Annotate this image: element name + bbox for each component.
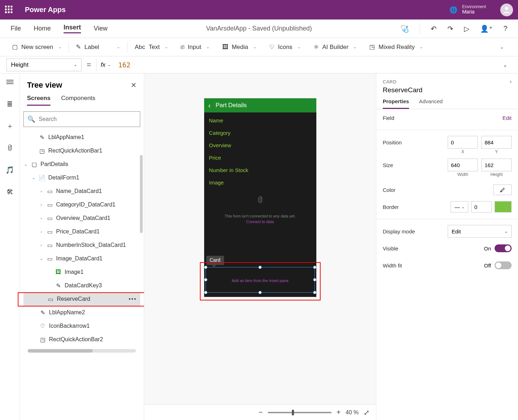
tree-panel: Tree view ✕ Screens Components 🔍 ✎LblApp… bbox=[20, 73, 144, 420]
close-icon[interactable]: ✕ bbox=[131, 81, 137, 89]
health-icon[interactable]: 🩺 bbox=[400, 24, 409, 33]
label-button[interactable]: ✎Label⌄ bbox=[70, 38, 127, 56]
tree-node[interactable]: ›▭Overview_DataCard1 bbox=[23, 211, 140, 225]
connect-data-link[interactable]: Connect to data bbox=[204, 220, 316, 224]
text-button[interactable]: AbcText⌄ bbox=[128, 38, 174, 56]
tree-node[interactable]: ›▭Price_DataCard1 bbox=[23, 225, 140, 238]
tree-node[interactable]: ⌄▭Image_DataCard1 bbox=[23, 252, 140, 265]
tree-node[interactable]: ›▭CategoryID_DataCard1 bbox=[23, 198, 140, 211]
back-icon[interactable]: ‹ bbox=[208, 101, 211, 110]
pos-y-input[interactable]: 884 bbox=[481, 136, 512, 149]
zoom-in-icon[interactable]: + bbox=[337, 408, 341, 416]
tree-node[interactable]: ✎DataCardKey3 bbox=[23, 279, 140, 292]
rail-hamburger-icon[interactable] bbox=[5, 77, 15, 87]
tree-node[interactable]: ⌄📄DetailForm1 bbox=[23, 171, 140, 184]
undo-icon[interactable]: ↶ bbox=[431, 24, 437, 33]
brand-title: Power Apps bbox=[25, 6, 66, 14]
tree-node[interactable]: ◳RectQuickActionBar2 bbox=[23, 333, 140, 346]
border-style[interactable]: ― ⌄ bbox=[451, 201, 468, 212]
rail-insert-icon[interactable]: ＋ bbox=[5, 121, 15, 131]
tab-properties[interactable]: Properties bbox=[383, 98, 409, 109]
menu-insert[interactable]: Insert bbox=[64, 24, 81, 33]
menu-bar: File Home Insert View VanArsdelApp - Sav… bbox=[0, 20, 518, 38]
ai-builder-button[interactable]: ⚛AI Builder⌄ bbox=[307, 38, 363, 56]
screen-title: Part Details bbox=[216, 102, 247, 109]
tree-node[interactable]: ›▭Name_DataCard1 bbox=[23, 184, 140, 198]
field-label: Number in Stock bbox=[209, 167, 311, 173]
help-icon[interactable]: ? bbox=[503, 24, 507, 33]
canvas-area: ‹ Part Details Name Category Overview Pr… bbox=[144, 73, 376, 420]
app-launcher-icon[interactable] bbox=[5, 6, 13, 14]
search-box[interactable]: 🔍 bbox=[23, 111, 140, 127]
rail-tools-icon[interactable]: 🛠 bbox=[5, 187, 15, 197]
menu-file[interactable]: File bbox=[11, 25, 21, 32]
redo-icon[interactable]: ↷ bbox=[447, 24, 453, 33]
fit-icon[interactable]: ⤢ bbox=[364, 408, 370, 417]
zoom-out-icon[interactable]: − bbox=[258, 408, 263, 416]
property-selector[interactable]: Height⌄ bbox=[6, 59, 82, 71]
formula-expand-icon[interactable]: ⌄ bbox=[499, 62, 512, 68]
rail-data-icon[interactable]: 🛢 bbox=[5, 143, 15, 153]
database-icon: 🛢 bbox=[204, 195, 316, 205]
border-label: Border bbox=[383, 204, 399, 210]
zoom-slider[interactable] bbox=[268, 412, 332, 413]
app-preview[interactable]: ‹ Part Details Name Category Overview Pr… bbox=[204, 98, 316, 297]
environment-icon: 🌐 bbox=[449, 6, 457, 14]
doc-status: VanArsdelApp - Saved (Unpublished) bbox=[206, 25, 312, 32]
size-label: Size bbox=[383, 162, 393, 168]
canvas-footer: − + 40 % ⤢ bbox=[144, 404, 376, 420]
display-mode-select[interactable]: Edit⌄ bbox=[448, 225, 512, 238]
fx-button[interactable]: fx⌄ bbox=[96, 59, 115, 71]
visible-toggle[interactable] bbox=[495, 244, 512, 252]
tree-node[interactable]: ›▭NumberInStock_DataCard1 bbox=[23, 238, 140, 252]
card-type: CARD bbox=[383, 79, 397, 84]
mixed-reality-button[interactable]: ◳Mixed Reality⌄ bbox=[363, 38, 429, 56]
media-button[interactable]: 🖼Media⌄ bbox=[216, 38, 263, 56]
search-icon: 🔍 bbox=[27, 115, 35, 123]
zoom-value: 40 % bbox=[346, 409, 359, 416]
width-input[interactable]: 640 bbox=[448, 159, 478, 171]
border-width[interactable]: 0 bbox=[471, 201, 492, 212]
tab-advanced[interactable]: Advanced bbox=[419, 98, 443, 109]
tab-screens[interactable]: Screens bbox=[27, 95, 50, 106]
svg-point-0 bbox=[505, 7, 508, 10]
equals-icon: = bbox=[87, 60, 91, 70]
edit-field-link[interactable]: Edit bbox=[502, 115, 512, 121]
tree-node[interactable]: 🖼Image1 bbox=[23, 265, 140, 279]
height-input[interactable]: 162 bbox=[481, 159, 512, 171]
input-button[interactable]: ⎚Input⌄ bbox=[174, 38, 216, 56]
avatar[interactable] bbox=[500, 4, 513, 16]
tree-node[interactable]: ✎LblAppName2 bbox=[23, 306, 140, 319]
tree-title: Tree view bbox=[27, 81, 62, 90]
preview-header: ‹ Part Details bbox=[204, 98, 316, 112]
formula-input[interactable]: 162 bbox=[115, 59, 499, 71]
tree-node[interactable]: ♡IconBackarrow1 bbox=[23, 319, 140, 333]
widthfit-label: Width fit bbox=[383, 262, 402, 269]
share-icon[interactable]: 👤⁺ bbox=[480, 24, 493, 33]
field-label: Price bbox=[209, 155, 311, 161]
tree-horiz-scrollbar[interactable] bbox=[28, 349, 136, 353]
chevron-right-icon[interactable]: › bbox=[510, 78, 512, 85]
tree-node[interactable]: ✎LblAppName1 bbox=[23, 131, 140, 144]
rail-media-icon[interactable]: 🎵 bbox=[5, 165, 15, 175]
border-color[interactable] bbox=[495, 201, 512, 212]
search-input[interactable] bbox=[39, 116, 136, 122]
menu-home[interactable]: Home bbox=[34, 25, 51, 32]
tab-components[interactable]: Components bbox=[61, 95, 95, 106]
rail-tree-icon[interactable]: ≣ bbox=[5, 99, 15, 109]
environment-picker[interactable]: Environment Maria bbox=[462, 5, 486, 15]
tree-node[interactable]: ◳RectQuickActionBar1 bbox=[23, 144, 140, 158]
menu-view[interactable]: View bbox=[94, 25, 108, 32]
pos-x-input[interactable]: 0 bbox=[448, 136, 478, 149]
card-name: ReserveCard bbox=[376, 85, 518, 98]
tree-vert-scrollbar[interactable] bbox=[139, 116, 144, 413]
ribbon-overflow-icon[interactable]: ⌄ bbox=[495, 44, 508, 50]
widthfit-toggle[interactable] bbox=[495, 261, 512, 269]
color-picker[interactable]: 🖉 bbox=[493, 184, 512, 195]
icons-button[interactable]: ♡Icons⌄ bbox=[263, 38, 307, 56]
play-icon[interactable]: ▷ bbox=[464, 24, 469, 33]
tree-node[interactable]: ⌄▢PartDetails bbox=[23, 158, 140, 171]
field-label: Image bbox=[209, 179, 311, 186]
new-screen-button[interactable]: ▢New screen⌄ bbox=[6, 38, 68, 56]
field-label: Name bbox=[209, 117, 311, 123]
